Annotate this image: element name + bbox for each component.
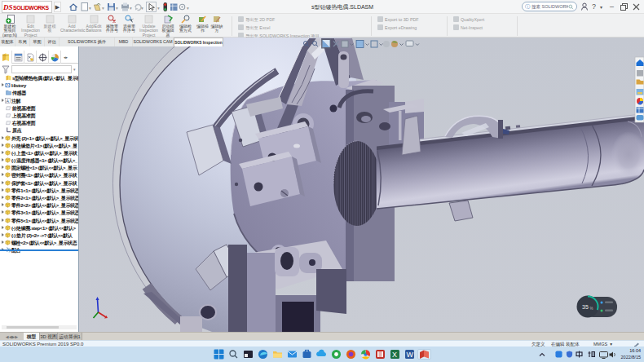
svg-text:▾: ▾	[157, 6, 160, 11]
svg-text:35: 35	[582, 304, 589, 310]
svg-text:▾: ▾	[116, 6, 118, 11]
svg-text:▾: ▾	[141, 6, 143, 11]
svg-text:W: W	[407, 351, 414, 359]
svg-text:▾: ▾	[130, 6, 132, 11]
svg-text:SOLIDWORKS: SOLIDWORKS	[13, 5, 50, 11]
svg-text:DS: DS	[2, 3, 13, 11]
svg-text:X: X	[392, 351, 397, 359]
svg-text:%: %	[590, 307, 593, 311]
svg-text:▾: ▾	[89, 6, 91, 11]
svg-text:A: A	[7, 98, 10, 103]
svg-text:▾: ▾	[187, 6, 189, 11]
svg-text:▾: ▾	[102, 6, 104, 11]
